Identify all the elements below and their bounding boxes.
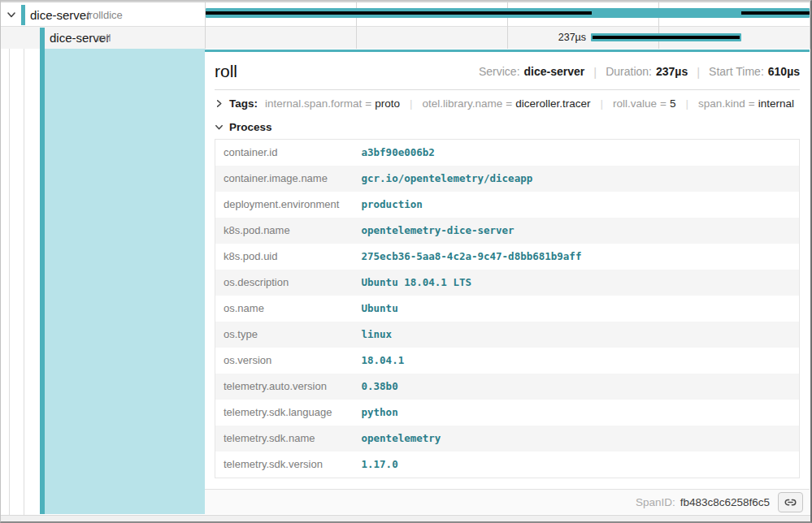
process-key: k8s.pod.name xyxy=(215,218,354,244)
tag-value: internal xyxy=(758,97,794,110)
tag-separator: | xyxy=(601,97,604,110)
table-row: deployment.environmentproduction xyxy=(215,192,800,218)
tag-item: internal.span.format=proto xyxy=(265,97,400,110)
process-label: Process xyxy=(229,121,272,133)
span-id-value: fb483c8c6258f6c5 xyxy=(680,496,770,508)
table-row: telemetry.auto.version0.38b0 xyxy=(215,374,800,400)
process-key: container.id xyxy=(215,140,354,166)
table-row: k8s.pod.nameopentelemetry-dice-server xyxy=(215,218,800,244)
start-time-value: 610µs xyxy=(768,65,800,78)
process-key: os.version xyxy=(215,348,354,374)
span-detail-footer: SpanID: fb483c8c6258f6c5 xyxy=(205,489,810,514)
tree-indent-guide xyxy=(9,49,10,515)
span-bar-overlay xyxy=(741,11,810,15)
span-operation-title: roll xyxy=(215,62,237,81)
span-bar-overlay xyxy=(206,11,592,15)
tag-item: span.kind=internal xyxy=(698,97,794,110)
table-row: container.image.namegcr.io/opentelemetry… xyxy=(215,166,800,192)
span-bar-roll[interactable] xyxy=(591,33,742,41)
service-label: Service: xyxy=(479,65,520,78)
tag-key: otel.library.name xyxy=(423,97,503,110)
process-key: os.name xyxy=(215,296,354,322)
process-value: python xyxy=(354,400,800,426)
process-value: 18.04.1 xyxy=(354,348,800,374)
equals-sign: = xyxy=(749,97,755,110)
process-value: 0.38b0 xyxy=(354,374,800,400)
table-row: telemetry.sdk.nameopentelemetry xyxy=(215,426,800,452)
process-key: telemetry.sdk.version xyxy=(215,452,354,478)
table-row: container.ida3bf90e006b2 xyxy=(215,140,800,166)
tag-item: otel.library.name=diceroller.tracer xyxy=(423,97,591,110)
tag-value: 5 xyxy=(670,97,676,110)
process-key: telemetry.sdk.name xyxy=(215,426,354,452)
start-time-label: Start Time: xyxy=(709,65,764,78)
service-name[interactable]: dice-server xyxy=(30,7,90,21)
duration-value: 237µs xyxy=(656,65,688,78)
process-value: Ubuntu xyxy=(354,296,800,322)
span-id-label: SpanID: xyxy=(636,496,675,508)
tag-value: diceroller.tracer xyxy=(515,97,590,110)
span-meta: Service: dice-server | Duration: 237µs |… xyxy=(479,65,800,79)
tags-label: Tags: xyxy=(229,97,258,110)
operation-name: /rolldice xyxy=(86,8,123,20)
table-row: os.version18.04.1 xyxy=(215,348,800,374)
meta-separator: | xyxy=(697,65,700,79)
link-icon xyxy=(784,496,797,508)
process-value: a3bf90e006b2 xyxy=(354,140,800,166)
process-key: k8s.pod.uid xyxy=(215,244,354,270)
span-bar-overlay xyxy=(593,36,740,39)
process-value: linux xyxy=(354,322,800,348)
jaeger-trace-detail-window: dice-server /rolldice dice-server roll 2… xyxy=(0,0,812,523)
process-table: container.ida3bf90e006b2 container.image… xyxy=(215,139,800,478)
equals-sign: = xyxy=(660,97,667,110)
deep-link-button[interactable] xyxy=(778,492,803,512)
process-value: 275ecb36-5aa8-4c2a-9c47-d8bb681b9aff xyxy=(354,244,800,270)
next-row-edge xyxy=(1,515,810,522)
process-key: os.type xyxy=(215,322,354,348)
process-key: container.image.name xyxy=(215,166,354,192)
tag-key: roll.value xyxy=(613,97,657,110)
table-row: os.nameUbuntu xyxy=(215,296,800,322)
process-value: 1.17.0 xyxy=(354,452,800,478)
process-accordion[interactable]: Process xyxy=(215,121,800,133)
meta-separator: | xyxy=(593,65,597,79)
process-value: gcr.io/opentelemetry/diceapp xyxy=(354,166,800,192)
equals-sign: = xyxy=(506,97,512,110)
process-value: Ubuntu 18.04.1 LTS xyxy=(354,270,800,296)
process-key: os.description xyxy=(215,270,354,296)
chevron-down-icon[interactable] xyxy=(7,10,16,19)
tree-indent-guide xyxy=(24,49,24,515)
duration-label: Duration: xyxy=(606,65,652,78)
tag-value: proto xyxy=(375,97,400,110)
service-color-bar xyxy=(40,28,45,49)
process-key: telemetry.auto.version xyxy=(215,374,354,400)
chevron-right-icon[interactable] xyxy=(215,99,224,108)
service-color-bar xyxy=(21,5,25,25)
tag-key: internal.span.format xyxy=(265,97,362,110)
span-detail-header: roll Service: dice-server | Duration: 23… xyxy=(215,62,800,81)
process-key: deployment.environment xyxy=(215,192,354,218)
equals-sign: = xyxy=(365,97,371,110)
tag-separator: | xyxy=(410,97,413,110)
table-row: os.typelinux xyxy=(215,322,800,348)
process-value: production xyxy=(354,192,800,218)
process-value: opentelemetry-dice-server xyxy=(354,218,800,244)
service-value: dice-server xyxy=(524,65,585,78)
selected-span-row-area xyxy=(1,49,205,515)
span-detail-panel: roll Service: dice-server | Duration: 23… xyxy=(205,50,810,514)
span-bar-rolldice[interactable] xyxy=(206,8,810,18)
tags-accordion[interactable]: Tags: internal.span.format=proto | otel.… xyxy=(215,97,800,110)
operation-name: roll xyxy=(97,32,111,44)
header-divider xyxy=(215,89,800,90)
chevron-down-icon[interactable] xyxy=(215,123,224,132)
table-row: telemetry.sdk.version1.17.0 xyxy=(215,452,800,478)
timeline-bars: 237µs xyxy=(205,2,810,49)
process-value: opentelemetry xyxy=(354,426,800,452)
table-row: os.descriptionUbuntu 18.04.1 LTS xyxy=(215,270,800,296)
selected-row-highlight xyxy=(45,49,205,514)
tag-separator: | xyxy=(685,97,688,110)
process-key: telemetry.sdk.language xyxy=(215,400,354,426)
table-row: k8s.pod.uid275ecb36-5aa8-4c2a-9c47-d8bb6… xyxy=(215,244,800,270)
table-row: telemetry.sdk.languagepython xyxy=(215,400,800,426)
span-duration-label: 237µs xyxy=(205,32,589,43)
